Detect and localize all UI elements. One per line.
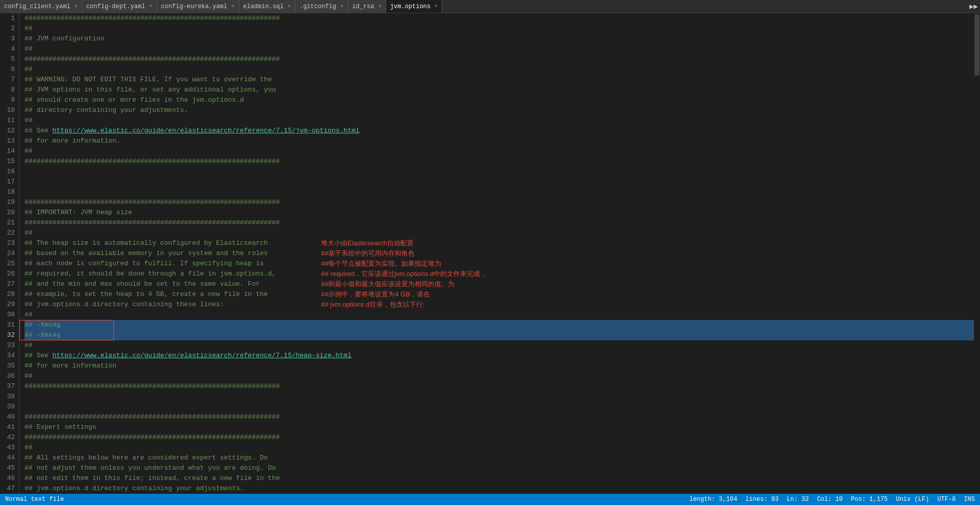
- line-num-41: 41: [2, 422, 15, 432]
- tab-id-rsa-close[interactable]: ×: [378, 4, 381, 9]
- code-text-14: ##: [25, 146, 33, 156]
- annotation-line-26: ## required，它应该通过jvm.options.d中的文件来完成，: [321, 269, 487, 279]
- line-num-21: 21: [2, 218, 15, 228]
- line-num-7: 7: [2, 75, 15, 85]
- tab-config-eureka-label: config-eureka.yaml: [161, 3, 227, 10]
- link-34[interactable]: https://www.elastic.co/guide/en/elastics…: [53, 352, 352, 359]
- tab-jvm-options-label: jvm.options: [390, 3, 430, 10]
- code-text-28: ## example, to set the heap to 4 GB, cre…: [25, 289, 268, 300]
- line-num-5: 5: [2, 54, 15, 64]
- code-line-42: ########################################…: [25, 432, 974, 443]
- line-num-37: 37: [2, 381, 15, 392]
- code-line-16: [25, 167, 974, 177]
- annotation-line-29: ## jvm.options.d目录，包含以下行:: [321, 300, 424, 310]
- code-line-45: ## not adjust them unless you understand…: [25, 463, 974, 473]
- code-line-39: [25, 402, 974, 412]
- line-num-34: 34: [2, 351, 15, 361]
- code-line-5: ########################################…: [25, 54, 974, 64]
- line-num-17: 17: [2, 177, 15, 187]
- code-line-30: ##: [25, 310, 974, 320]
- annotation-line-27: ##和最小值和最大值应该设置为相同的值。为: [321, 279, 454, 289]
- code-text-20: ## IMPORTANT: JVM heap size: [25, 208, 132, 218]
- tab-eladmin[interactable]: eladmin.sql×: [239, 0, 295, 13]
- code-line-36: ##: [25, 371, 974, 381]
- code-line-14: ##: [25, 146, 974, 156]
- tab-bar: config_client.yaml×config-dept.yaml×conf…: [0, 0, 980, 13]
- line-num-16: 16: [2, 167, 15, 177]
- line-num-24: 24: [2, 248, 15, 259]
- code-line-25: ## each node is configured to fulfill. I…: [25, 259, 974, 269]
- length-status: length: 3,104: [689, 496, 737, 503]
- code-line-44: ## All settings below here are considere…: [25, 453, 974, 463]
- line-num-33: 33: [2, 340, 15, 351]
- code-text-31: ## -Xms4g: [25, 320, 60, 330]
- col-status: Col: 10: [817, 496, 842, 503]
- line-num-2: 2: [2, 24, 15, 34]
- annotation-line-25: ##每个节点被配置为实现。如果指定堆为: [321, 259, 441, 269]
- code-line-4: ##: [25, 44, 974, 54]
- code-text-12: ## See https://www.elastic.co/guide/en/e…: [25, 126, 359, 136]
- tab-eladmin-close[interactable]: ×: [288, 4, 291, 9]
- tab-jvm-options[interactable]: jvm.options×: [386, 0, 442, 13]
- code-line-13: ## for more information.: [25, 136, 974, 146]
- line-num-18: 18: [2, 187, 15, 197]
- line-num-13: 13: [2, 136, 15, 146]
- code-text-3: ## JVM configuration: [25, 34, 104, 44]
- code-line-11: ##: [25, 116, 974, 126]
- code-line-32: ## -Xmx4g: [25, 330, 974, 340]
- code-text-1: ########################################…: [25, 13, 280, 24]
- code-text-40: ########################################…: [25, 412, 280, 422]
- line-num-38: 38: [2, 392, 15, 402]
- tab-config-dept[interactable]: config-dept.yaml×: [82, 0, 157, 13]
- line-num-28: 28: [2, 289, 15, 300]
- code-line-17: [25, 177, 974, 187]
- line-num-19: 19: [2, 197, 15, 208]
- code-text-22: ##: [25, 228, 33, 238]
- annotation-line-23: 堆大小由Elasticsearch自动配置: [321, 238, 414, 248]
- status-left: Normal text file: [5, 496, 64, 503]
- code-line-18: [25, 187, 974, 197]
- code-line-40: ########################################…: [25, 412, 974, 422]
- tab-gitconfig[interactable]: .gitconfig×: [295, 0, 348, 13]
- tab-config-eureka-close[interactable]: ×: [232, 4, 235, 9]
- tab-config-client[interactable]: config_client.yaml×: [0, 0, 82, 13]
- annotation-line-24: ##基于系统中的可用内存和角色: [321, 248, 415, 259]
- code-text-44: ## All settings below here are considere…: [25, 453, 268, 463]
- code-line-41: ## Expert settings: [25, 422, 974, 432]
- code-line-10: ## directory containing your adjustments…: [25, 105, 974, 116]
- tab-gitconfig-close[interactable]: ×: [340, 4, 344, 9]
- code-line-37: ########################################…: [25, 381, 974, 392]
- line-ending-status: Unix (LF): [896, 496, 929, 503]
- code-text-45: ## not adjust them unless you understand…: [25, 463, 276, 473]
- mode-status: INS: [964, 496, 975, 503]
- status-right: length: 3,104 lines: 93 Ln: 32 Col: 10 P…: [689, 496, 975, 503]
- line-num-26: 26: [2, 269, 15, 279]
- code-text-2: ##: [25, 24, 33, 34]
- line-num-23: 23: [2, 238, 15, 248]
- line-num-9: 9: [2, 95, 15, 105]
- line-num-29: 29: [2, 300, 15, 310]
- code-text-27: ## and the min and max should be set to …: [25, 279, 260, 289]
- tab-config-eureka[interactable]: config-eureka.yaml×: [157, 0, 239, 13]
- link-12[interactable]: https://www.elastic.co/guide/en/elastics…: [53, 127, 360, 134]
- code-text-15: ########################################…: [25, 156, 280, 167]
- line-num-35: 35: [2, 361, 15, 371]
- ln-status: Ln: 32: [787, 496, 809, 503]
- code-text-21: ########################################…: [25, 218, 280, 228]
- tab-jvm-options-close[interactable]: ×: [435, 4, 438, 9]
- tab-id-rsa[interactable]: id_rsa×: [348, 0, 386, 13]
- tab-config-client-close[interactable]: ×: [75, 4, 78, 9]
- tab-config-dept-close[interactable]: ×: [149, 4, 152, 9]
- code-line-38: [25, 392, 974, 402]
- code-text-7: ## WARNING: DO NOT EDIT THIS FILE. If yo…: [25, 75, 272, 85]
- mini-scrollbar[interactable]: [974, 13, 980, 494]
- code-line-47: ## jvm.options.d directory containing yo…: [25, 484, 974, 494]
- code-content[interactable]: ########################################…: [19, 13, 974, 494]
- tab-config-client-label: config_client.yaml: [4, 3, 71, 10]
- line-num-4: 4: [2, 44, 15, 54]
- line-num-1: 1: [2, 13, 15, 24]
- tab-nav-arrows[interactable]: ▶▶: [967, 2, 980, 11]
- scrollbar-thumb[interactable]: [974, 14, 979, 76]
- code-text-5: ########################################…: [25, 54, 280, 64]
- code-text-35: ## for more information: [25, 361, 116, 371]
